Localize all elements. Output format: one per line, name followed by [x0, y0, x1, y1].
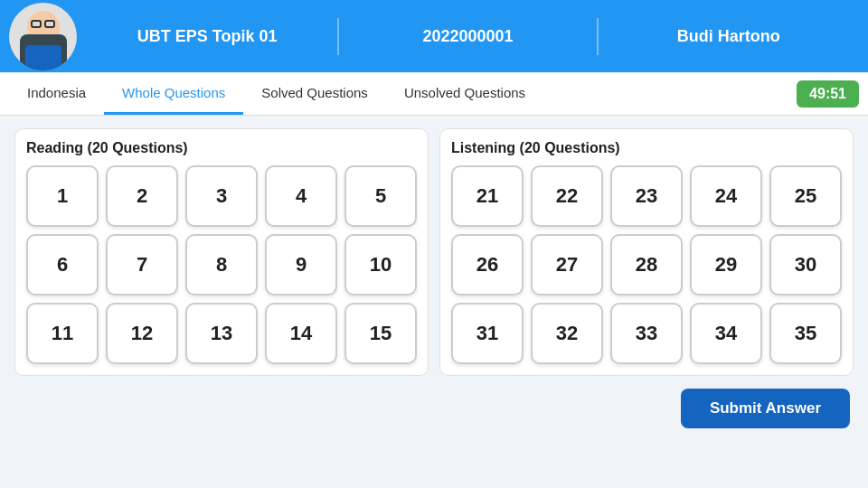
listening-question-21[interactable]: 21 — [451, 165, 524, 227]
reading-question-5[interactable]: 5 — [344, 165, 417, 227]
listening-question-23[interactable]: 23 — [610, 165, 683, 227]
reading-question-8[interactable]: 8 — [185, 234, 258, 296]
reading-title: Reading (20 Questions) — [26, 140, 417, 156]
main-content: Reading (20 Questions) 12345678910111213… — [0, 116, 868, 441]
avatar-body — [20, 34, 67, 70]
listening-question-28[interactable]: 28 — [610, 234, 683, 296]
reading-question-13[interactable]: 13 — [185, 303, 258, 364]
tab-solved-questions[interactable]: Solved Questions — [243, 72, 386, 115]
reading-grid: 123456789101112131415 — [26, 165, 417, 364]
listening-question-33[interactable]: 33 — [610, 303, 683, 364]
submit-row: Submit Answer — [14, 389, 854, 428]
reading-question-3[interactable]: 3 — [185, 165, 258, 227]
tab-unsolved-questions[interactable]: Unsolved Questions — [386, 72, 543, 115]
reading-question-11[interactable]: 11 — [26, 303, 99, 364]
reading-question-14[interactable]: 14 — [265, 303, 337, 364]
listening-question-29[interactable]: 29 — [690, 234, 762, 296]
tab-indonesia[interactable]: Indonesia — [9, 72, 104, 115]
reading-question-10[interactable]: 10 — [344, 234, 417, 296]
reading-section: Reading (20 Questions) 12345678910111213… — [14, 128, 429, 376]
nav-tabs: Indonesia Whole Questions Solved Questio… — [0, 72, 868, 116]
listening-grid: 212223242526272829303132333435 — [451, 165, 842, 364]
reading-question-9[interactable]: 9 — [265, 234, 337, 296]
reading-question-6[interactable]: 6 — [26, 234, 99, 296]
listening-section: Listening (20 Questions) 212223242526272… — [439, 128, 854, 376]
header-info: UBT EPS Topik 01 2022000001 Budi Hartono — [77, 18, 859, 55]
reading-question-7[interactable]: 7 — [106, 234, 178, 296]
listening-question-31[interactable]: 31 — [451, 303, 524, 364]
header: UBT EPS Topik 01 2022000001 Budi Hartono — [0, 0, 868, 72]
user-name: Budi Hartono — [599, 18, 859, 55]
listening-question-25[interactable]: 25 — [769, 165, 842, 227]
reading-question-4[interactable]: 4 — [265, 165, 337, 227]
reading-question-2[interactable]: 2 — [106, 165, 178, 227]
listening-question-27[interactable]: 27 — [531, 234, 603, 296]
reading-question-12[interactable]: 12 — [106, 303, 178, 364]
listening-question-24[interactable]: 24 — [690, 165, 762, 227]
tab-whole-questions[interactable]: Whole Questions — [104, 72, 243, 115]
listening-question-32[interactable]: 32 — [531, 303, 603, 364]
listening-question-34[interactable]: 34 — [690, 303, 762, 364]
exam-title: UBT EPS Topik 01 — [77, 18, 337, 55]
listening-question-22[interactable]: 22 — [531, 165, 603, 227]
listening-title: Listening (20 Questions) — [451, 140, 842, 156]
avatar — [9, 3, 77, 70]
avatar-glasses — [29, 20, 58, 28]
sections-container: Reading (20 Questions) 12345678910111213… — [14, 128, 854, 376]
reading-question-1[interactable]: 1 — [26, 165, 99, 227]
listening-question-35[interactable]: 35 — [769, 303, 842, 364]
exam-id: 2022000001 — [337, 18, 598, 55]
submit-answer-button[interactable]: Submit Answer — [681, 389, 850, 428]
listening-question-26[interactable]: 26 — [451, 234, 524, 296]
timer-badge: 49:51 — [797, 80, 859, 108]
reading-question-15[interactable]: 15 — [344, 303, 417, 364]
listening-question-30[interactable]: 30 — [769, 234, 842, 296]
